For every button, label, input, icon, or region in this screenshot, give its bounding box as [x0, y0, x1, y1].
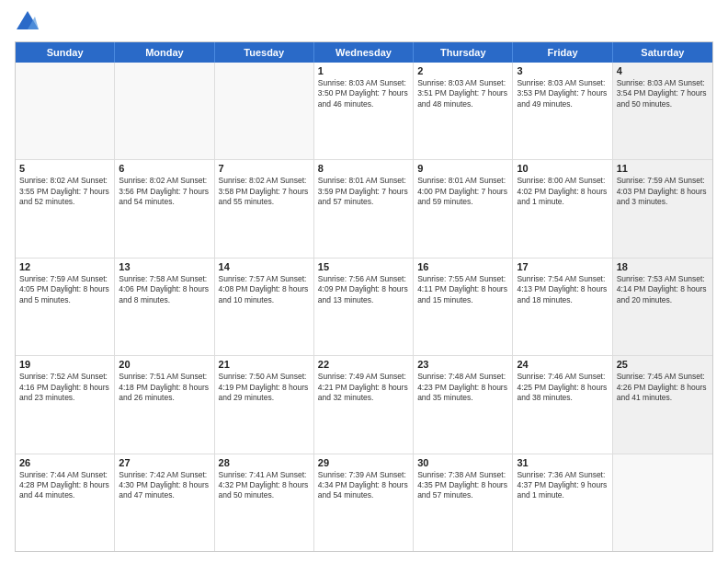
- day-number: 2: [417, 65, 508, 76]
- calendar: SundayMondayTuesdayWednesdayThursdayFrid…: [15, 41, 713, 552]
- cell-info: Sunrise: 7:39 AM Sunset: 4:34 PM Dayligh…: [318, 470, 409, 501]
- day-number: 9: [417, 163, 508, 174]
- day-number: 6: [119, 163, 210, 174]
- calendar-cell-2-4: 8Sunrise: 8:01 AM Sunset: 3:59 PM Daylig…: [314, 160, 414, 257]
- cell-info: Sunrise: 8:03 AM Sunset: 3:53 PM Dayligh…: [517, 78, 608, 109]
- cell-info: Sunrise: 7:59 AM Sunset: 4:03 PM Dayligh…: [617, 176, 709, 207]
- day-number: 4: [617, 65, 709, 76]
- calendar-cell-4-1: 19Sunrise: 7:52 AM Sunset: 4:16 PM Dayli…: [16, 356, 115, 453]
- calendar-week-5: 26Sunrise: 7:44 AM Sunset: 4:28 PM Dayli…: [16, 454, 712, 551]
- cell-info: Sunrise: 7:52 AM Sunset: 4:16 PM Dayligh…: [19, 372, 110, 403]
- cell-info: Sunrise: 7:38 AM Sunset: 4:35 PM Dayligh…: [417, 470, 508, 501]
- cell-info: Sunrise: 7:56 AM Sunset: 4:09 PM Dayligh…: [318, 274, 409, 305]
- cell-info: Sunrise: 7:59 AM Sunset: 4:05 PM Dayligh…: [19, 274, 110, 305]
- day-number: 10: [517, 163, 608, 174]
- header-day-thursday: Thursday: [414, 42, 513, 63]
- day-number: 13: [119, 261, 210, 272]
- day-number: 20: [119, 359, 210, 370]
- cell-info: Sunrise: 8:03 AM Sunset: 3:54 PM Dayligh…: [617, 78, 709, 109]
- cell-info: Sunrise: 7:45 AM Sunset: 4:26 PM Dayligh…: [617, 372, 709, 403]
- calendar-cell-5-3: 28Sunrise: 7:41 AM Sunset: 4:32 PM Dayli…: [215, 454, 314, 551]
- day-number: 1: [318, 65, 409, 76]
- calendar-cell-5-5: 30Sunrise: 7:38 AM Sunset: 4:35 PM Dayli…: [414, 454, 513, 551]
- calendar-cell-3-2: 13Sunrise: 7:58 AM Sunset: 4:06 PM Dayli…: [115, 259, 214, 355]
- calendar-week-1: 1Sunrise: 8:03 AM Sunset: 3:50 PM Daylig…: [16, 63, 712, 159]
- calendar-cell-5-4: 29Sunrise: 7:39 AM Sunset: 4:34 PM Dayli…: [314, 454, 414, 551]
- cell-info: Sunrise: 8:01 AM Sunset: 3:59 PM Dayligh…: [318, 176, 409, 207]
- day-number: 29: [318, 457, 409, 468]
- calendar-week-4: 19Sunrise: 7:52 AM Sunset: 4:16 PM Dayli…: [16, 355, 712, 453]
- cell-info: Sunrise: 8:03 AM Sunset: 3:50 PM Dayligh…: [318, 78, 409, 109]
- calendar-cell-2-3: 7Sunrise: 8:02 AM Sunset: 3:58 PM Daylig…: [215, 160, 314, 257]
- day-number: 17: [517, 261, 608, 272]
- calendar-cell-1-3: [215, 63, 314, 159]
- day-number: 3: [517, 65, 608, 76]
- day-number: 22: [318, 359, 409, 370]
- calendar-cell-1-1: [16, 63, 115, 159]
- calendar-cell-3-1: 12Sunrise: 7:59 AM Sunset: 4:05 PM Dayli…: [16, 259, 115, 355]
- day-number: 15: [318, 261, 409, 272]
- logo: [15, 11, 39, 34]
- cell-info: Sunrise: 8:00 AM Sunset: 4:02 PM Dayligh…: [517, 176, 608, 207]
- calendar-week-3: 12Sunrise: 7:59 AM Sunset: 4:05 PM Dayli…: [16, 258, 712, 355]
- day-number: 19: [19, 359, 110, 370]
- cell-info: Sunrise: 7:36 AM Sunset: 4:37 PM Dayligh…: [517, 470, 608, 501]
- calendar-cell-5-1: 26Sunrise: 7:44 AM Sunset: 4:28 PM Dayli…: [16, 454, 115, 551]
- calendar-cell-4-4: 22Sunrise: 7:49 AM Sunset: 4:21 PM Dayli…: [314, 356, 414, 453]
- cell-info: Sunrise: 7:42 AM Sunset: 4:30 PM Dayligh…: [119, 470, 210, 501]
- header-day-monday: Monday: [115, 42, 214, 63]
- calendar-cell-1-4: 1Sunrise: 8:03 AM Sunset: 3:50 PM Daylig…: [314, 63, 414, 159]
- cell-info: Sunrise: 7:50 AM Sunset: 4:19 PM Dayligh…: [219, 372, 310, 403]
- cell-info: Sunrise: 8:02 AM Sunset: 3:55 PM Dayligh…: [19, 176, 110, 207]
- cell-info: Sunrise: 7:58 AM Sunset: 4:06 PM Dayligh…: [119, 274, 210, 305]
- calendar-cell-2-2: 6Sunrise: 8:02 AM Sunset: 3:56 PM Daylig…: [115, 160, 214, 257]
- day-number: 18: [617, 261, 709, 272]
- header-day-sunday: Sunday: [16, 42, 115, 63]
- day-number: 21: [219, 359, 310, 370]
- calendar-cell-2-1: 5Sunrise: 8:02 AM Sunset: 3:55 PM Daylig…: [16, 160, 115, 257]
- calendar-cell-4-2: 20Sunrise: 7:51 AM Sunset: 4:18 PM Dayli…: [115, 356, 214, 453]
- calendar-header: SundayMondayTuesdayWednesdayThursdayFrid…: [16, 42, 712, 63]
- header-day-wednesday: Wednesday: [314, 42, 414, 63]
- header-day-friday: Friday: [513, 42, 612, 63]
- header-day-tuesday: Tuesday: [215, 42, 314, 63]
- calendar-week-2: 5Sunrise: 8:02 AM Sunset: 3:55 PM Daylig…: [16, 159, 712, 257]
- logo-icon: [17, 11, 39, 29]
- calendar-cell-4-7: 25Sunrise: 7:45 AM Sunset: 4:26 PM Dayli…: [613, 356, 712, 453]
- day-number: 24: [517, 359, 608, 370]
- calendar-cell-1-2: [115, 63, 214, 159]
- calendar-cell-5-7: [613, 454, 712, 551]
- day-number: 26: [19, 457, 110, 468]
- header: [15, 11, 713, 34]
- day-number: 12: [19, 261, 110, 272]
- day-number: 23: [417, 359, 508, 370]
- calendar-cell-2-5: 9Sunrise: 8:01 AM Sunset: 4:00 PM Daylig…: [414, 160, 513, 257]
- cell-info: Sunrise: 8:01 AM Sunset: 4:00 PM Dayligh…: [417, 176, 508, 207]
- calendar-cell-2-7: 11Sunrise: 7:59 AM Sunset: 4:03 PM Dayli…: [613, 160, 712, 257]
- calendar-body: 1Sunrise: 8:03 AM Sunset: 3:50 PM Daylig…: [16, 63, 712, 551]
- cell-info: Sunrise: 7:41 AM Sunset: 4:32 PM Dayligh…: [219, 470, 310, 501]
- day-number: 28: [219, 457, 310, 468]
- cell-info: Sunrise: 8:02 AM Sunset: 3:58 PM Dayligh…: [219, 176, 310, 207]
- calendar-cell-5-2: 27Sunrise: 7:42 AM Sunset: 4:30 PM Dayli…: [115, 454, 214, 551]
- cell-info: Sunrise: 7:46 AM Sunset: 4:25 PM Dayligh…: [517, 372, 608, 403]
- cell-info: Sunrise: 7:55 AM Sunset: 4:11 PM Dayligh…: [417, 274, 508, 305]
- calendar-cell-3-7: 18Sunrise: 7:53 AM Sunset: 4:14 PM Dayli…: [613, 259, 712, 355]
- day-number: 8: [318, 163, 409, 174]
- calendar-cell-1-7: 4Sunrise: 8:03 AM Sunset: 3:54 PM Daylig…: [613, 63, 712, 159]
- calendar-cell-1-6: 3Sunrise: 8:03 AM Sunset: 3:53 PM Daylig…: [513, 63, 612, 159]
- day-number: 30: [417, 457, 508, 468]
- cell-info: Sunrise: 7:44 AM Sunset: 4:28 PM Dayligh…: [19, 470, 110, 501]
- day-number: 25: [617, 359, 709, 370]
- day-number: 27: [119, 457, 210, 468]
- day-number: 7: [219, 163, 310, 174]
- calendar-cell-3-3: 14Sunrise: 7:57 AM Sunset: 4:08 PM Dayli…: [215, 259, 314, 355]
- calendar-cell-5-6: 31Sunrise: 7:36 AM Sunset: 4:37 PM Dayli…: [513, 454, 612, 551]
- header-day-saturday: Saturday: [613, 42, 712, 63]
- cell-info: Sunrise: 7:53 AM Sunset: 4:14 PM Dayligh…: [617, 274, 709, 305]
- cell-info: Sunrise: 7:57 AM Sunset: 4:08 PM Dayligh…: [219, 274, 310, 305]
- calendar-cell-3-5: 16Sunrise: 7:55 AM Sunset: 4:11 PM Dayli…: [414, 259, 513, 355]
- calendar-cell-3-4: 15Sunrise: 7:56 AM Sunset: 4:09 PM Dayli…: [314, 259, 414, 355]
- calendar-cell-2-6: 10Sunrise: 8:00 AM Sunset: 4:02 PM Dayli…: [513, 160, 612, 257]
- day-number: 11: [617, 163, 709, 174]
